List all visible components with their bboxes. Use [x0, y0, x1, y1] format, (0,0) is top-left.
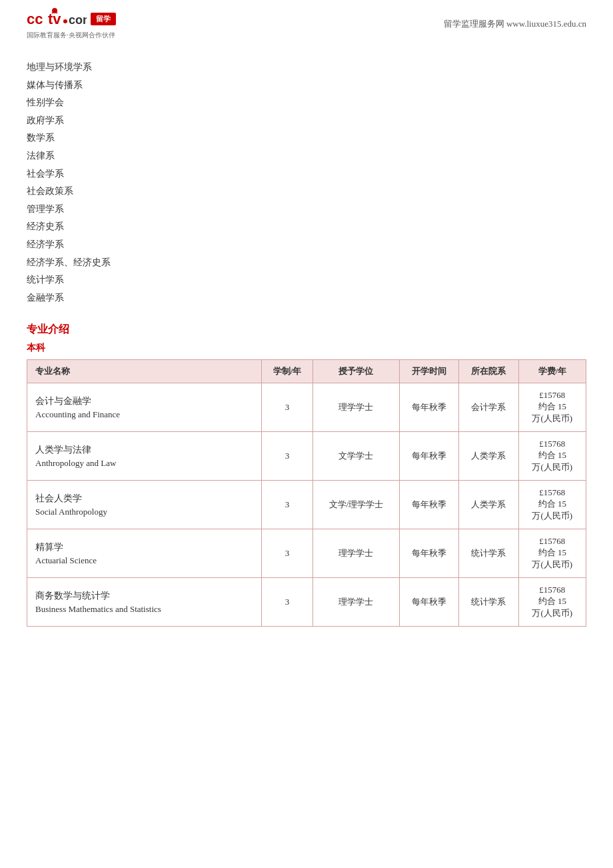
table-row: 商务数学与统计学 Business Mathematics and Statis… [27, 578, 586, 627]
program-en-name: Social Anthropology [35, 507, 257, 517]
program-en-name: Business Mathematics and Statistics [35, 604, 257, 615]
program-cn-name: 社会人类学 [35, 493, 257, 505]
department-item: 数学系 [27, 129, 586, 147]
program-degree: 文学学士 [312, 432, 399, 481]
program-name-cell: 精算学 Actuarial Science [27, 529, 262, 578]
program-fee: £15768约合 15万(人民币) [518, 529, 586, 578]
col-header-name: 专业名称 [27, 360, 262, 383]
program-cn-name: 商务数学与统计学 [35, 590, 257, 602]
program-duration: 3 [262, 529, 312, 578]
col-header-dept: 所在院系 [459, 360, 518, 383]
program-cn-name: 人类学与法律 [35, 444, 257, 456]
program-degree: 理学学士 [312, 529, 399, 578]
program-en-name: Actuarial Science [35, 555, 257, 566]
subsection-title: 本科 [27, 342, 586, 354]
cctv-logo-icon: cc tv com [27, 8, 87, 29]
logo-subtitle: 国际教育服务·央视网合作伙伴 [27, 31, 115, 40]
col-header-start: 开学时间 [399, 360, 458, 383]
department-item: 性别学会 [27, 94, 586, 112]
header: cc tv com 留学 国际教育服务·央视网合作伙伴 留学监理服务 [0, 0, 613, 45]
program-dept: 统计学系 [459, 578, 518, 627]
program-name-cell: 人类学与法律 Anthropology and Law [27, 432, 262, 481]
department-item: 经济学系、经济史系 [27, 254, 586, 272]
program-en-name: Anthropology and Law [35, 458, 257, 469]
program-degree: 文学/理学学士 [312, 481, 399, 529]
department-item: 政府学系 [27, 112, 586, 130]
department-item: 金融学系 [27, 289, 586, 307]
program-name-cell: 会计与金融学 Accounting and Finance [27, 383, 262, 432]
program-table: 专业名称 学制/年 授予学位 开学时间 所在院系 学费/年 会计与金融学 Acc… [27, 359, 586, 627]
main-content: 地理与环境学系媒体与传播系性别学会政府学系数学系法律系社会学系社会政策系管理学系… [0, 45, 613, 667]
program-name-cell: 商务数学与统计学 Business Mathematics and Statis… [27, 578, 262, 627]
program-degree: 理学学士 [312, 383, 399, 432]
table-row: 社会人类学 Social Anthropology 3 文学/理学学士 每年秋季… [27, 481, 586, 529]
svg-text:cc: cc [27, 11, 43, 27]
department-item: 统计学系 [27, 271, 586, 289]
program-en-name: Accounting and Finance [35, 409, 257, 420]
logo-badge: 留学 [91, 13, 116, 25]
site-info: 留学监理服务网 www.liuxue315.edu.cn [444, 18, 586, 30]
svg-text:com: com [69, 13, 87, 27]
department-item: 法律系 [27, 147, 586, 165]
program-fee: £15768约合 15万(人民币) [518, 481, 586, 529]
program-cn-name: 会计与金融学 [35, 395, 257, 407]
table-row: 会计与金融学 Accounting and Finance 3 理学学士 每年秋… [27, 383, 586, 432]
program-start: 每年秋季 [399, 529, 458, 578]
program-cn-name: 精算学 [35, 541, 257, 553]
program-degree: 理学学士 [312, 578, 399, 627]
program-dept: 人类学系 [459, 432, 518, 481]
program-duration: 3 [262, 432, 312, 481]
department-item: 经济史系 [27, 218, 586, 236]
program-duration: 3 [262, 578, 312, 627]
program-start: 每年秋季 [399, 432, 458, 481]
department-item: 社会学系 [27, 165, 586, 183]
program-start: 每年秋季 [399, 578, 458, 627]
table-row: 精算学 Actuarial Science 3 理学学士 每年秋季 统计学系 £… [27, 529, 586, 578]
program-dept: 统计学系 [459, 529, 518, 578]
program-fee: £15768约合 15万(人民币) [518, 432, 586, 481]
program-start: 每年秋季 [399, 481, 458, 529]
department-item: 地理与环境学系 [27, 59, 586, 77]
department-item: 社会政策系 [27, 183, 586, 201]
col-header-degree: 授予学位 [312, 360, 399, 383]
col-header-fee: 学费/年 [518, 360, 586, 383]
svg-point-5 [63, 19, 67, 23]
department-list: 地理与环境学系媒体与传播系性别学会政府学系数学系法律系社会学系社会政策系管理学系… [27, 59, 586, 307]
logo-area: cc tv com 留学 国际教育服务·央视网合作伙伴 [27, 8, 116, 40]
program-start: 每年秋季 [399, 383, 458, 432]
program-dept: 人类学系 [459, 481, 518, 529]
table-row: 人类学与法律 Anthropology and Law 3 文学学士 每年秋季 … [27, 432, 586, 481]
department-item: 媒体与传播系 [27, 77, 586, 95]
department-item: 管理学系 [27, 201, 586, 219]
section-title: 专业介绍 [27, 323, 586, 337]
program-name-cell: 社会人类学 Social Anthropology [27, 481, 262, 529]
program-duration: 3 [262, 383, 312, 432]
col-header-duration: 学制/年 [262, 360, 312, 383]
program-dept: 会计学系 [459, 383, 518, 432]
program-duration: 3 [262, 481, 312, 529]
program-fee: £15768约合 15万(人民币) [518, 383, 586, 432]
program-fee: £15768约合 15万(人民币) [518, 578, 586, 627]
department-item: 经济学系 [27, 236, 586, 254]
